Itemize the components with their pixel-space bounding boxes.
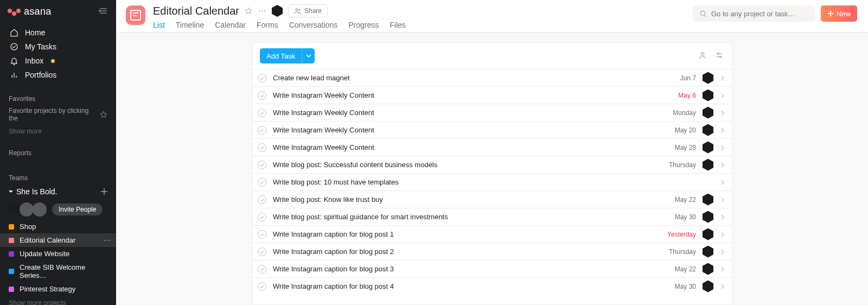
task-due-date: May 28 [675,144,696,151]
task-due-date: Thursday [669,248,696,256]
new-button[interactable]: New [821,5,857,22]
project-owner-avatar[interactable] [272,5,283,16]
chevron-right-icon [720,93,725,98]
complete-task-icon[interactable] [258,178,266,187]
task-assignee-avatar[interactable] [703,212,713,223]
task-row[interactable]: Write Instagram Weekly ContentMonday [252,104,732,121]
project-actions-icon[interactable] [258,7,266,15]
avatar-placeholder[interactable] [33,202,47,217]
task-due-date: Thursday [669,161,696,169]
bar-chart-icon [10,71,18,79]
sidebar-item-label: My Tasks [25,42,56,51]
svg-point-3 [11,43,17,50]
task-assignee-avatar[interactable] [703,281,713,292]
task-name: Write blog post: 10 must have templates [273,178,713,186]
add-task-dropdown[interactable] [302,48,315,63]
task-assignee-avatar[interactable] [703,142,713,153]
project-name: Update Website [20,250,69,258]
task-row[interactable]: Write Instagram Weekly ContentMay 20 [252,121,732,138]
team-row[interactable]: She Is Bold. [0,184,116,199]
chevron-right-icon [720,128,725,133]
invite-people-button[interactable]: Invite People [52,204,103,215]
project-color-icon[interactable] [126,5,145,25]
svg-marker-11 [245,8,252,14]
complete-task-icon[interactable] [258,265,266,274]
complete-task-icon[interactable] [258,91,266,100]
assignee-filter-icon[interactable] [698,51,707,61]
complete-task-icon[interactable] [258,195,266,204]
task-list: Create new lead magnetJun 7Write Instagr… [252,69,732,295]
sidebar-project[interactable]: Update Website⋯ [0,247,116,260]
task-row[interactable]: Write blog post: 10 must have templates [252,173,732,190]
complete-task-icon[interactable] [258,126,266,135]
project-name: Shop [20,223,36,231]
task-name: Write Instagram caption for blog post 4 [273,282,668,290]
task-row[interactable]: Write Instagram caption for blog post 4M… [252,277,732,295]
star-icon[interactable] [245,7,252,15]
avatar-placeholder[interactable] [20,202,34,217]
sidebar-project[interactable]: Shop⋯ [0,220,116,233]
svg-point-16 [299,9,301,11]
task-assignee-avatar[interactable] [703,264,713,275]
task-assignee-avatar[interactable] [703,125,713,136]
task-row[interactable]: Write Instagram Weekly ContentMay 6 [252,86,732,104]
task-row[interactable]: Write Instagram Weekly ContentMay 28 [252,138,732,156]
sidebar-project[interactable]: Editorial Calendar⋯ [0,233,116,247]
complete-task-icon[interactable] [258,109,266,117]
task-due-date: May 30 [675,213,696,221]
task-row[interactable]: Write Instagram caption for blog post 3M… [252,260,732,277]
task-row[interactable]: Create new lead magnetJun 7 [252,69,732,86]
options-icon[interactable] [714,51,724,61]
add-project-button[interactable] [99,186,110,197]
sidebar-item-label: Inbox [25,56,43,65]
task-due-date: May 22 [675,265,696,273]
task-assignee-avatar[interactable] [703,90,713,101]
sidebar-item-inbox[interactable]: Inbox [0,54,116,68]
task-row[interactable]: Write blog post: spiritual guidance for … [252,208,732,225]
sidebar-item-my-tasks[interactable]: My Tasks [0,40,116,54]
task-name: Create new lead magnet [273,74,674,82]
chevron-down-icon [306,53,311,59]
bell-icon [10,56,18,65]
task-row[interactable]: Write Instagram caption for blog post 2T… [252,243,732,260]
teams-header: Teams [0,170,116,184]
sidebar-project[interactable]: Create SIB Welcome Series…⋯ [0,260,116,282]
task-assignee-avatar[interactable] [703,246,713,257]
task-assignee-avatar[interactable] [703,229,713,240]
complete-task-icon[interactable] [258,74,266,82]
svg-marker-7 [100,111,106,117]
complete-task-icon[interactable] [258,230,266,239]
project-actions-icon[interactable]: ⋯ [104,236,111,244]
svg-marker-8 [9,190,13,193]
show-more-favorites[interactable]: Show more [0,124,116,138]
sidebar-item-home[interactable]: Home [0,26,116,40]
project-color-swatch [9,251,14,257]
task-name: Write blog post: Successful content busi… [273,161,662,169]
task-assignee-avatar[interactable] [703,107,713,118]
complete-task-icon[interactable] [258,282,266,291]
sidebar-item-portfolios[interactable]: Portfolios [0,68,116,82]
collapse-sidebar-icon[interactable] [98,5,108,18]
chevron-right-icon [720,266,725,272]
complete-task-icon[interactable] [258,247,266,256]
complete-task-icon[interactable] [258,161,266,169]
svg-line-18 [705,15,706,17]
search-box[interactable] [693,5,815,22]
task-row[interactable]: Write blog post: Successful content busi… [252,156,732,173]
logo[interactable]: asana [8,6,52,17]
task-row[interactable]: Write Instagram caption for blog post 1Y… [252,225,732,243]
add-task-button[interactable]: Add Task [260,48,302,63]
task-assignee-avatar[interactable] [703,194,713,205]
search-input[interactable] [711,10,809,18]
task-name: Write Instagram caption for blog post 1 [273,230,661,238]
share-button[interactable]: Share [288,4,328,17]
show-more-projects[interactable]: Show more projects [0,296,116,305]
task-assignee-avatar[interactable] [703,73,713,84]
logo-icon [8,10,21,14]
task-assignee-avatar[interactable] [703,160,713,170]
complete-task-icon[interactable] [258,143,266,152]
sidebar-project[interactable]: Pinterest Strategy⋯ [0,282,116,296]
complete-task-icon[interactable] [258,213,266,221]
avatar[interactable] [7,202,21,217]
task-row[interactable]: Write blog post: Know like trust buyMay … [252,190,732,208]
